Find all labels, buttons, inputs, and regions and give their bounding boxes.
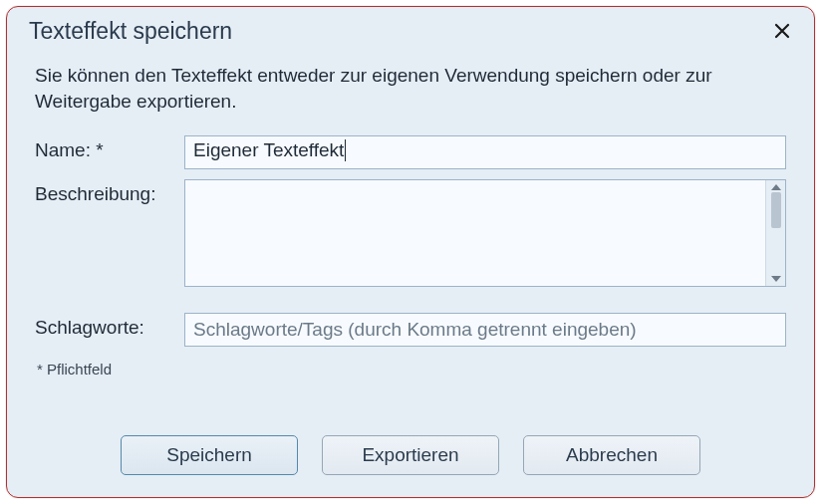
name-label: Name: * <box>35 135 184 169</box>
description-input[interactable] <box>185 180 765 286</box>
required-field-note: * Pflichtfeld <box>37 361 786 378</box>
cancel-button[interactable]: Abbrechen <box>523 435 700 475</box>
close-icon <box>774 23 790 39</box>
dialog-title: Texteffekt speichern <box>29 18 768 45</box>
export-button[interactable]: Exportieren <box>322 435 499 475</box>
titlebar: Texteffekt speichern <box>7 7 814 49</box>
description-field-wrap <box>184 179 786 287</box>
name-row: Name: * Eigener Texteffekt <box>35 135 786 169</box>
close-button[interactable] <box>768 17 796 45</box>
name-input-value: Eigener Texteffekt <box>193 139 344 160</box>
description-row: Beschreibung: <box>35 179 786 287</box>
intro-text: Sie können den Texteffekt entweder zur e… <box>35 63 786 114</box>
description-label: Beschreibung: <box>35 179 184 287</box>
button-row: Speichern Exportieren Abbrechen <box>7 417 814 497</box>
name-field-wrap: Eigener Texteffekt <box>184 135 786 169</box>
scroll-thumb[interactable] <box>771 192 781 228</box>
scroll-track[interactable] <box>766 190 785 276</box>
dialog-body: Sie können den Texteffekt entweder zur e… <box>7 49 814 417</box>
save-texteffect-dialog: Texteffekt speichern Sie können den Text… <box>6 6 815 498</box>
tags-row: Schlagworte: <box>35 313 786 347</box>
description-scrollbar[interactable] <box>765 180 785 286</box>
tags-field-wrap <box>184 313 786 347</box>
name-input[interactable]: Eigener Texteffekt <box>184 135 786 169</box>
tags-input[interactable] <box>184 313 786 347</box>
scroll-down-icon[interactable] <box>771 276 781 282</box>
tags-label: Schlagworte: <box>35 313 184 347</box>
save-button[interactable]: Speichern <box>121 435 298 475</box>
text-caret <box>345 139 346 161</box>
